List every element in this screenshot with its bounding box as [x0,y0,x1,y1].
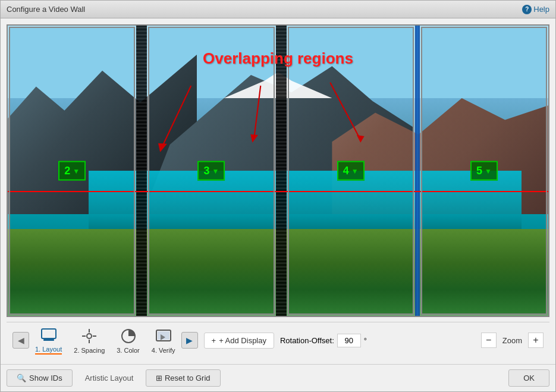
reset-grid-button[interactable]: ⊞ Reset to Grid [146,369,220,387]
rotation-offset-label: Rotation-Offset: [280,336,334,345]
title-bar: Configure a Video Wall ? Help [1,1,555,18]
add-display-icon: + [212,336,216,345]
display-id-badge-5[interactable]: 5 ▼ [470,161,498,181]
step-verify-label: 4. Verify [152,347,175,354]
nav-next-icon: ▶ [186,335,193,345]
step-layout-label: 1. Layout [35,346,62,355]
display-arrow-2: ▼ [73,167,80,175]
display-id-4: 4 [343,165,349,177]
display-id-3: 3 [203,165,209,177]
overlap-label: Overlapping regions [203,49,353,68]
window: Configure a Video Wall ? Help Overlappin… [0,0,556,392]
zoom-controls: − Zoom + [481,333,544,348]
display-arrow-3: ▼ [212,167,219,175]
ok-label: OK [523,374,535,382]
nav-prev-button[interactable]: ◀ [12,332,29,349]
artistic-layout-label: Artistic Layout [76,370,143,386]
display-panel-4[interactable]: 4 ▼ [287,26,415,316]
footer-bar: 🔍 Show IDs Artistic Layout ⊞ Reset to Gr… [1,364,555,391]
rotation-unit: ° [364,336,367,345]
add-display-button[interactable]: + + Add Display [204,333,274,349]
video-wall-container[interactable]: Overlapping regions 2 ▼ [7,24,549,317]
help-icon: ? [522,5,532,14]
steps-container: 1. Layout 2. Spacing [35,326,175,355]
zoom-label: Zoom [500,336,525,345]
display-id-badge-3[interactable]: 3 ▼ [197,161,225,181]
svg-rect-6 [42,329,56,338]
display-panels: 2 ▼ 3 ▼ [8,26,548,316]
add-display-label: + Add Display [219,336,266,345]
show-ids-label: Show IDs [29,374,62,382]
help-button[interactable]: ? Help [522,5,549,14]
bottom-toolbar: ◀ 1. Layout [7,322,549,358]
help-label: Help [533,5,549,14]
display-arrow-5: ▼ [485,167,492,175]
display-panel-5[interactable]: 5 ▼ [420,26,548,316]
spacing-icon [80,327,98,345]
panel-gap-1 [136,26,147,316]
nav-prev-icon: ◀ [18,335,24,345]
display-id-badge-4[interactable]: 4 ▼ [337,161,365,181]
panel-gap-blue [415,26,420,316]
step-layout[interactable]: 1. Layout [35,326,62,355]
rotation-offset-group: Rotation-Offset: ° [280,334,367,347]
display-id-badge-2[interactable]: 2 ▼ [58,161,86,181]
svg-rect-8 [47,338,51,340]
layout-icon [40,326,58,344]
step-spacing[interactable]: 2. Spacing [74,327,105,354]
reset-grid-label: ⊞ Reset to Grid [156,374,210,382]
main-content: Overlapping regions 2 ▼ [1,18,555,364]
step-color[interactable]: 3. Color [117,327,140,354]
zoom-out-button[interactable]: − [481,333,497,348]
show-ids-button[interactable]: 🔍 Show IDs [7,369,73,387]
zoom-in-button[interactable]: + [528,333,544,348]
step-verify[interactable]: 4. Verify [152,327,175,354]
step-spacing-label: 2. Spacing [74,347,105,354]
display-id-2: 2 [64,165,70,177]
rotation-offset-input[interactable] [337,334,361,347]
svg-rect-16 [158,331,169,340]
display-panel-3[interactable]: 3 ▼ [147,26,275,316]
color-icon [120,327,137,345]
display-panel-2[interactable]: 2 ▼ [8,26,136,316]
verify-icon [155,327,172,345]
display-id-5: 5 [476,165,482,177]
search-icon: 🔍 [17,374,26,382]
svg-point-9 [87,334,92,338]
display-arrow-4: ▼ [351,167,359,175]
zoom-plus-icon: + [533,335,538,346]
zoom-minus-icon: − [486,335,491,346]
window-title: Configure a Video Wall [7,5,85,14]
ok-button[interactable]: OK [508,369,549,387]
nav-next-button[interactable]: ▶ [181,332,198,349]
panel-gap-2 [276,26,287,316]
step-color-label: 3. Color [117,347,140,354]
